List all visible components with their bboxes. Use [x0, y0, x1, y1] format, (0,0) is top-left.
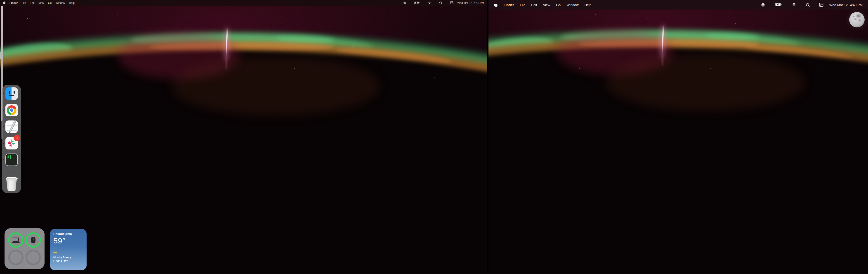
trash-icon: [6, 179, 17, 191]
search-icon[interactable]: [806, 3, 810, 7]
battery-ring-empty: [8, 249, 24, 266]
menu-go[interactable]: Go: [48, 1, 52, 4]
moon: [849, 12, 865, 27]
mouse-icon: [31, 237, 35, 243]
apple-menu-icon[interactable]: [494, 3, 498, 7]
menu-help[interactable]: Help: [69, 1, 74, 4]
weather-widget[interactable]: Philadelphia 59° Mostly Sunny H:59° L:42…: [50, 229, 87, 270]
display-right: Finder File Edit View Go Window Help: [489, 0, 868, 274]
dock: $: [2, 85, 21, 193]
menu-go[interactable]: Go: [556, 3, 561, 7]
dock-item-slack[interactable]: [5, 137, 18, 149]
weather-condition: Mostly Sunny: [53, 256, 83, 259]
date-text: Wed Mar 12: [457, 1, 472, 4]
search-icon[interactable]: [439, 1, 442, 4]
battery-charging-icon[interactable]: [775, 3, 782, 7]
finder-icon: [5, 87, 18, 100]
menu-bar-clock[interactable]: Wed Mar 12 4:49 PM: [829, 3, 863, 7]
running-indicator: [3, 126, 4, 127]
menu-file[interactable]: File: [22, 1, 26, 4]
date-text: Wed Mar 12: [829, 3, 848, 7]
battery-ring-mouse: [25, 232, 41, 248]
menu-window[interactable]: Window: [56, 1, 65, 4]
sun-icon: [53, 251, 57, 254]
batteries-widget[interactable]: [4, 228, 44, 269]
menu-file[interactable]: File: [520, 3, 525, 7]
under-arc-warm-glow: [606, 54, 805, 111]
menu-window[interactable]: Window: [566, 3, 579, 7]
time-text: 4:49 PM: [850, 3, 863, 7]
terminal-prompt: $: [7, 155, 9, 159]
display-left: Finder File Edit View Go Window Help: [0, 0, 487, 274]
aurora-streak-tail: [225, 55, 227, 70]
battery-charging-icon[interactable]: [414, 1, 420, 4]
dock-item-trash[interactable]: [5, 177, 18, 191]
gear-icon[interactable]: [761, 3, 765, 7]
battery-ring-empty: [25, 249, 41, 266]
under-arc-warm-glow: [172, 57, 380, 115]
wallpaper-right: [489, 0, 868, 274]
menu-edit[interactable]: Edit: [30, 1, 35, 4]
weather-high-low: H:59° L:42°: [53, 260, 83, 263]
dock-item-terminal[interactable]: $: [5, 154, 18, 166]
weather-city: Philadelphia: [53, 232, 83, 236]
running-indicator: [3, 110, 4, 111]
background-window-corner: [0, 52, 3, 59]
chrome-icon: [5, 104, 18, 116]
battery-ring-laptop: [8, 232, 24, 248]
active-app-name[interactable]: Finder: [9, 1, 18, 4]
dock-item-chrome[interactable]: [5, 104, 18, 116]
running-indicator: [3, 159, 4, 160]
time-text: 4:49 PM: [474, 1, 484, 4]
menu-bar-right: Finder File Edit View Go Window Help: [489, 0, 868, 9]
dock-divider: [4, 171, 19, 171]
menu-bar-left: Finder File Edit View Go Window Help: [0, 0, 487, 6]
textedit-icon: [5, 120, 18, 133]
menu-view[interactable]: View: [38, 1, 44, 4]
control-center-icon[interactable]: [450, 1, 454, 4]
apple-menu-icon[interactable]: [3, 1, 6, 4]
gear-icon[interactable]: [403, 1, 406, 4]
laptop-icon: [12, 238, 20, 243]
wifi-icon[interactable]: [792, 3, 796, 6]
menu-bar-clock[interactable]: Wed Mar 12 4:49 PM: [457, 1, 484, 4]
menu-edit[interactable]: Edit: [531, 3, 537, 7]
menu-view[interactable]: View: [543, 3, 550, 7]
dock-item-textedit[interactable]: [5, 120, 18, 133]
active-app-name[interactable]: Finder: [504, 3, 514, 7]
weather-temperature: 59°: [53, 237, 83, 245]
dock-item-finder[interactable]: [5, 87, 18, 100]
notification-badge: [13, 135, 20, 141]
menu-help[interactable]: Help: [585, 3, 592, 7]
trash-rim: [6, 177, 18, 181]
slack-icon: [5, 137, 18, 149]
running-indicator: [3, 93, 4, 94]
aurora-streak-tail: [662, 53, 663, 66]
terminal-icon: $: [5, 154, 18, 166]
running-indicator: [3, 143, 4, 144]
wifi-icon[interactable]: [428, 1, 432, 4]
terminal-cursor: [10, 155, 11, 159]
control-center-icon[interactable]: [819, 3, 824, 7]
